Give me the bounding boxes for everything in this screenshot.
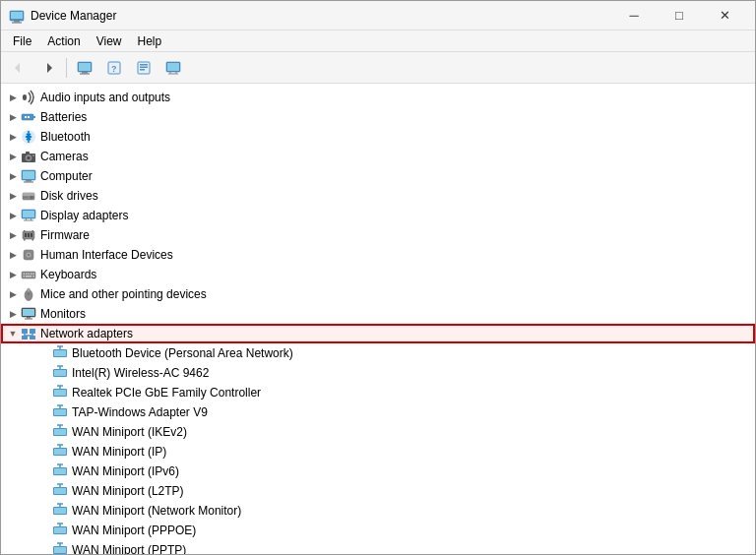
svg-rect-63	[24, 276, 26, 278]
svg-rect-40	[24, 197, 28, 198]
child-wan-ip[interactable]: WAN Miniport (IP)	[1, 442, 755, 462]
expand-arrow-batteries[interactable]: ▶	[5, 109, 21, 125]
tree-item-hid[interactable]: ▶ Human Interface Devices	[1, 245, 755, 265]
svg-marker-4	[15, 63, 20, 73]
tree-item-computer[interactable]: ▶ Computer	[1, 166, 755, 186]
tree-item-firmware[interactable]: ▶ Firmware	[1, 225, 755, 245]
expand-arrow-cameras[interactable]: ▶	[5, 149, 21, 164]
computer-label: Computer	[40, 169, 93, 183]
svg-rect-51	[32, 230, 34, 232]
tree-item-monitors[interactable]: ▶ Monitors	[1, 304, 755, 324]
tree-view[interactable]: ▶ Audio inputs and outputs ▶	[1, 84, 755, 554]
svg-point-39	[31, 196, 33, 199]
expand-arrow-hid[interactable]: ▶	[5, 247, 21, 263]
menu-view[interactable]: View	[89, 32, 130, 50]
tree-item-audio[interactable]: ▶ Audio inputs and outputs	[1, 88, 755, 107]
tree-item-bluetooth[interactable]: ▶ Bluetooth	[1, 127, 755, 147]
computer-button[interactable]	[71, 55, 98, 81]
child-wan-pppoe[interactable]: WAN Miniport (PPPOE)	[1, 521, 755, 540]
back-button[interactable]	[5, 55, 32, 81]
mice-label: Mice and other pointing devices	[40, 287, 207, 301]
svg-rect-73	[25, 319, 32, 320]
expand-arrow-keyboards[interactable]: ▶	[5, 267, 21, 282]
child-bluetooth-pan[interactable]: Bluetooth Device (Personal Area Network)	[1, 343, 755, 363]
expand-arrow-mice[interactable]: ▶	[5, 286, 21, 302]
svg-rect-75	[30, 329, 35, 334]
minimize-button[interactable]: ─	[611, 1, 657, 31]
disk-icon	[21, 188, 36, 204]
svg-rect-9	[80, 73, 90, 74]
svg-rect-65	[26, 276, 32, 278]
tree-item-batteries[interactable]: ▶ Batteries	[1, 107, 755, 127]
svg-rect-7	[79, 63, 91, 71]
disk-label: Disk drives	[40, 189, 98, 203]
svg-rect-59	[26, 274, 28, 276]
menu-help[interactable]: Help	[130, 32, 170, 50]
audio-label: Audio inputs and outputs	[40, 91, 170, 104]
child-wan-netmon[interactable]: WAN Miniport (Network Monitor)	[1, 501, 755, 521]
menu-action[interactable]: Action	[39, 32, 88, 50]
svg-rect-24	[25, 116, 27, 118]
child-bluetooth-pan-label: Bluetooth Device (Personal Area Network)	[72, 346, 293, 360]
close-button[interactable]: ✕	[702, 1, 747, 31]
svg-rect-42	[23, 211, 34, 217]
window-title: Device Manager	[31, 9, 611, 23]
child-network-icon-1	[52, 365, 68, 381]
display-button[interactable]	[159, 55, 187, 81]
expand-arrow-display[interactable]: ▶	[5, 208, 21, 223]
svg-rect-61	[31, 274, 32, 276]
expand-arrow-monitors[interactable]: ▶	[5, 306, 21, 322]
child-wan-ikev2[interactable]: WAN Miniport (IKEv2)	[1, 422, 755, 442]
child-intel-wireless[interactable]: Intel(R) Wireless-AC 9462	[1, 363, 755, 383]
svg-rect-90	[54, 390, 66, 396]
forward-button[interactable]	[34, 55, 62, 81]
svg-rect-58	[24, 274, 26, 276]
svg-rect-80	[30, 336, 35, 339]
properties-button[interactable]	[130, 55, 158, 81]
expand-arrow-network[interactable]: ▼	[5, 326, 21, 341]
tree-item-cameras[interactable]: ▶ Cameras	[1, 147, 755, 166]
menu-file[interactable]: File	[5, 32, 39, 50]
child-wan-ipv6[interactable]: WAN Miniport (IPv6)	[1, 462, 755, 481]
tree-item-keyboards[interactable]: ▶ Keyboards	[1, 265, 755, 284]
child-tap-windows[interactable]: TAP-Windows Adapter V9	[1, 402, 755, 422]
svg-rect-57	[22, 272, 35, 278]
keyboards-icon	[21, 267, 36, 282]
svg-rect-71	[23, 309, 34, 316]
content-area: ▶ Audio inputs and outputs ▶	[1, 84, 755, 554]
child-realtek[interactable]: Realtek PCIe GbE Family Controller	[1, 383, 755, 402]
svg-rect-49	[31, 233, 32, 237]
title-bar: Device Manager ─ □ ✕	[1, 1, 755, 31]
child-wan-l2tp[interactable]: WAN Miniport (L2TP)	[1, 481, 755, 501]
batteries-icon	[21, 109, 36, 125]
tree-item-mice[interactable]: ▶ Mice and other pointing devices	[1, 284, 755, 304]
child-wan-ipv6-label: WAN Miniport (IPv6)	[72, 464, 179, 478]
keyboards-label: Keyboards	[40, 268, 96, 281]
child-wan-pptp-label: WAN Miniport (PPTP)	[72, 543, 186, 554]
svg-rect-106	[54, 468, 66, 474]
tree-item-disk[interactable]: ▶ Disk drives	[1, 186, 755, 206]
svg-rect-48	[28, 233, 30, 237]
child-wan-pptp[interactable]: WAN Miniport (PPTP)	[1, 540, 755, 554]
expand-arrow-bluetooth[interactable]: ▶	[5, 129, 21, 145]
expand-arrow-computer[interactable]: ▶	[5, 168, 21, 184]
computer-icon	[21, 168, 36, 184]
toolbar-separator-1	[66, 58, 67, 78]
maximize-button[interactable]: □	[657, 1, 702, 31]
child-network-icon-2	[52, 385, 68, 401]
expand-arrow-audio[interactable]: ▶	[5, 90, 21, 105]
child-network-icon-5	[52, 444, 68, 460]
expand-arrow-firmware[interactable]: ▶	[5, 227, 21, 243]
svg-rect-114	[54, 508, 66, 514]
tree-item-network[interactable]: ▼ Network adapters	[1, 324, 755, 343]
svg-rect-23	[33, 116, 35, 118]
tree-item-display[interactable]: ▶ Display adapters	[1, 206, 755, 225]
svg-text:?: ?	[111, 64, 117, 74]
help-properties-button[interactable]: ?	[100, 55, 128, 81]
window-controls: ─ □ ✕	[611, 1, 747, 31]
svg-rect-35	[26, 180, 32, 182]
expand-arrow-disk[interactable]: ▶	[5, 188, 21, 204]
device-manager-window: Device Manager ─ □ ✕ File Action View He…	[0, 0, 756, 555]
svg-rect-2	[14, 21, 20, 23]
monitors-icon	[21, 306, 36, 322]
